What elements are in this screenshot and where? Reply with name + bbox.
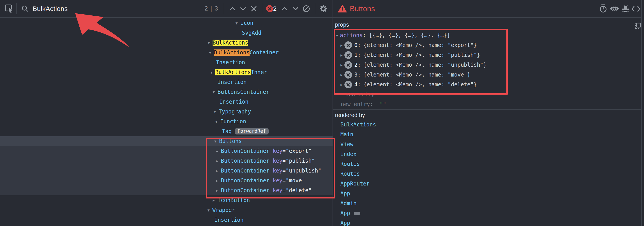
tree-row[interactable]: ▸ButtonContainer key="delete" <box>0 186 332 195</box>
component-name-text: Insertion <box>219 99 248 105</box>
rendered-by-item[interactable]: AppRouter <box>332 179 641 189</box>
tree-row[interactable]: Insertion <box>0 97 332 107</box>
component-name: ButtonContainer <box>0 148 270 154</box>
owner-component-name[interactable]: App <box>340 190 350 197</box>
entry-value[interactable]: {element: <Memo />, name: "delete"} <box>364 82 477 88</box>
component-name-text: ButtonContainer <box>221 158 270 164</box>
new-entry-value-input[interactable]: "" <box>380 101 386 108</box>
entry-value[interactable]: {element: <Memo />, name: "move"} <box>364 72 470 78</box>
props-array-entry[interactable]: ▸0:{element: <Memo />, name: "export"} <box>0 40 641 50</box>
expand-arrow-icon[interactable]: ▸ <box>338 82 344 87</box>
tree-row[interactable]: ▸ButtonContainer key="move" <box>0 176 332 186</box>
delete-entry-icon[interactable] <box>344 51 352 59</box>
collapse-arrow-icon[interactable]: ▾ <box>212 107 218 116</box>
collapse-arrow-icon[interactable]: ▾ <box>214 116 219 126</box>
clear-errors-button[interactable] <box>301 0 311 17</box>
profiler-stopwatch-icon[interactable] <box>598 0 608 17</box>
entry-index: 3: <box>354 72 361 78</box>
props-array-entry[interactable]: ▸3:{element: <Memo />, name: "move"} <box>0 70 641 80</box>
rendered-by-item[interactable]: App <box>332 218 641 226</box>
new-entry-ghost-row[interactable]: new entry <box>332 90 641 99</box>
key-attribute-value: ="unpublish" <box>282 168 321 174</box>
props-array-entry[interactable]: ▸1:{element: <Memo />, name: "publish"} <box>0 50 641 60</box>
component-name-text: Icon <box>240 20 254 26</box>
search-result-count: 2 | 3 <box>204 0 218 17</box>
rendered-by-item[interactable]: App <box>332 189 641 199</box>
expand-arrow-icon[interactable]: ▸ <box>338 62 344 67</box>
previous-result-button[interactable] <box>228 0 237 17</box>
inspect-dom-eye-icon[interactable] <box>609 0 620 17</box>
tree-row[interactable]: ▸ButtonContainer key="unpublish" <box>0 166 332 176</box>
expand-arrow-icon[interactable]: ▸ <box>338 43 344 48</box>
entry-value[interactable]: {element: <Memo />, name: "unpublish"} <box>364 62 486 68</box>
expand-arrow-icon[interactable]: ▸ <box>211 195 216 205</box>
tree-row[interactable]: ▾Wrapper <box>0 205 332 215</box>
tree-row[interactable]: Insertion <box>0 215 332 225</box>
key-attribute-value: ="export" <box>282 148 312 154</box>
props-row-actions[interactable]: ▾actions: [{…}, {…}, {…}, {…}, {…}] <box>0 30 641 40</box>
next-error-button[interactable] <box>291 0 300 17</box>
tree-row[interactable]: ▾Function <box>0 116 332 126</box>
component-name: ButtonContainer <box>0 158 270 164</box>
component-name-text: Tag <box>222 128 232 134</box>
props-array-entry[interactable]: ▸2:{element: <Memo />, name: "unpublish"… <box>0 60 641 70</box>
inspect-element-button[interactable] <box>4 0 14 17</box>
prop-colon: : <box>362 32 369 38</box>
owner-component-name[interactable]: App <box>340 210 350 216</box>
scrollbar-gutter[interactable] <box>641 0 644 226</box>
expand-arrow-icon[interactable]: ▸ <box>338 72 344 77</box>
owner-component-name[interactable]: Index <box>340 151 356 157</box>
delete-entry-icon[interactable] <box>344 71 352 79</box>
rendered-by-item[interactable]: BulkActions <box>332 120 641 129</box>
owner-component-name[interactable]: AppRouter <box>340 181 370 187</box>
tree-row[interactable]: ▾Buttons <box>0 136 332 146</box>
owner-component-name[interactable]: Main <box>340 131 354 138</box>
delete-entry-icon[interactable] <box>344 61 352 69</box>
owner-component-name[interactable]: Routes <box>340 171 360 177</box>
expand-arrow-icon[interactable]: ▸ <box>214 186 220 195</box>
search-input[interactable]: BulkActions <box>32 0 68 17</box>
props-array-entry[interactable]: ▸4:{element: <Memo />, name: "delete"} <box>0 80 641 90</box>
rendered-by-item[interactable]: View <box>332 139 641 149</box>
previous-error-button[interactable] <box>280 0 289 17</box>
rendered-by-item[interactable]: Main <box>332 129 641 139</box>
tree-row[interactable]: TagForwardRef <box>0 126 332 136</box>
rendered-by-item[interactable]: Routes <box>332 159 641 169</box>
tree-row[interactable]: ▾Icon <box>0 18 332 28</box>
owner-component-name[interactable]: View <box>340 141 354 147</box>
settings-gear-button[interactable] <box>318 0 328 17</box>
debug-bug-icon[interactable] <box>621 0 630 17</box>
rendered-by-item[interactable]: Routes <box>332 169 641 179</box>
entry-value[interactable]: {element: <Memo />, name: "publish"} <box>364 52 480 58</box>
key-attribute-value: ="publish" <box>282 158 315 164</box>
expand-arrow-icon[interactable]: ▸ <box>214 146 220 156</box>
owner-component-name[interactable]: BulkActions <box>340 121 376 128</box>
owner-component-name[interactable]: Routes <box>340 161 360 167</box>
rendered-by-item[interactable]: Admin <box>332 199 641 208</box>
rendered-by-item[interactable]: App <box>332 208 641 218</box>
delete-entry-icon[interactable] <box>344 81 352 88</box>
clear-search-button[interactable] <box>249 0 259 17</box>
expand-arrow-icon[interactable]: ▸ <box>214 166 220 176</box>
toolbar-divider <box>16 3 16 14</box>
expand-arrow-icon[interactable]: ▸ <box>214 176 220 186</box>
tree-row[interactable]: ▸ButtonContainer key="publish" <box>0 156 332 166</box>
entry-value[interactable]: {element: <Memo />, name: "export"} <box>364 42 477 48</box>
collapse-arrow-icon[interactable]: ▾ <box>206 205 212 215</box>
next-result-button[interactable] <box>238 0 248 17</box>
owner-component-name[interactable]: App <box>340 220 350 226</box>
rendered-by-item[interactable]: Index <box>332 149 641 159</box>
collapse-arrow-icon[interactable]: ▾ <box>334 33 340 38</box>
new-entry-row[interactable]: new entry: "" <box>332 99 641 109</box>
view-source-code-icon[interactable] <box>630 0 641 17</box>
key-attribute-name: key <box>273 148 282 154</box>
expand-arrow-icon[interactable]: ▸ <box>338 53 344 58</box>
collapse-arrow-icon[interactable]: ▾ <box>212 136 218 146</box>
tree-row[interactable]: ▸ButtonContainer key="export" <box>0 146 332 156</box>
tree-row[interactable]: ▾Typography <box>0 107 332 116</box>
expand-arrow-icon[interactable]: ▸ <box>214 156 220 166</box>
tree-row[interactable]: ▸IconButton <box>0 195 332 205</box>
owner-component-name[interactable]: Admin <box>340 200 356 207</box>
collapse-arrow-icon[interactable]: ▾ <box>234 18 240 28</box>
delete-entry-icon[interactable] <box>344 41 352 49</box>
